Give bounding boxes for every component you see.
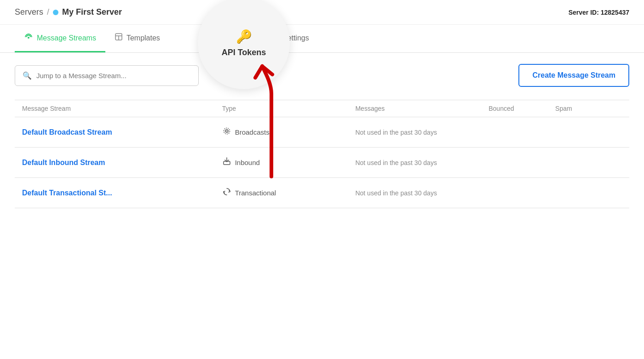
server-id-area: Server ID: 12825437	[569, 9, 629, 16]
transactional-icon	[222, 187, 231, 199]
messages-cell: Not used in the past 30 days	[355, 159, 622, 166]
table-row: Default Transactional St... Transactiona…	[15, 178, 629, 208]
type-cell: Broadcasts	[222, 126, 356, 138]
svg-point-7	[226, 131, 227, 131]
type-label: Inbound	[235, 159, 260, 166]
stream-name-cell: Default Broadcast Stream	[22, 128, 222, 137]
tab-templates[interactable]: Templates	[105, 25, 169, 52]
nav-tabs: Message Streams Templates 🔑 API Tokens S…	[0, 25, 644, 53]
table-row: Default Inbound Stream Inbound Not used …	[15, 148, 629, 178]
table-header: Message Stream Type Messages Bounced Spa…	[15, 100, 629, 117]
server-name: My First Server	[62, 7, 122, 17]
col-bounced: Bounced	[489, 105, 555, 112]
table-row: Default Broadcast Stream Broadcasts Not …	[15, 117, 629, 148]
search-icon: 🔍	[23, 71, 32, 80]
stream-name-link[interactable]: Default Transactional St...	[22, 189, 112, 197]
type-cell: Inbound	[222, 157, 356, 168]
page-header: Servers / My First Server Server ID: 128…	[0, 0, 644, 25]
create-message-stream-button[interactable]: Create Message Stream	[518, 64, 629, 87]
messages-cell: Not used in the past 30 days	[355, 129, 622, 136]
breadcrumb-separator: /	[47, 7, 49, 17]
breadcrumb: Servers / My First Server	[15, 7, 122, 17]
server-id-label: Server ID:	[569, 9, 599, 16]
type-cell: Transactional	[222, 187, 356, 199]
main-content: 🔍 Create Message Stream Message Stream T…	[0, 53, 644, 219]
tab-templates-label: Templates	[126, 34, 160, 42]
server-status-dot	[53, 10, 58, 15]
type-label: Transactional	[235, 189, 276, 197]
messages-cell: Not used in the past 30 days	[355, 189, 622, 197]
inbound-icon	[222, 157, 231, 168]
stream-name-cell: Default Inbound Stream	[22, 159, 222, 167]
tab-message-streams[interactable]: Message Streams	[15, 25, 105, 52]
col-message-stream: Message Stream	[22, 105, 222, 112]
actions-row: 🔍 Create Message Stream	[15, 64, 629, 87]
api-tokens-popup-label: API Tokens	[222, 48, 266, 57]
templates-icon	[115, 33, 123, 43]
svg-point-0	[28, 37, 29, 39]
stream-name-cell: Default Transactional St...	[22, 189, 222, 197]
search-box[interactable]: 🔍	[15, 65, 199, 86]
stream-name-link[interactable]: Default Inbound Stream	[22, 159, 105, 166]
search-input[interactable]	[36, 72, 191, 80]
broadcast-icon	[222, 126, 231, 138]
col-spam: Spam	[555, 105, 622, 112]
api-tokens-popup[interactable]: 🔑 API Tokens	[198, 0, 290, 89]
stream-name-link[interactable]: Default Broadcast Stream	[22, 128, 112, 136]
col-type: Type	[222, 105, 356, 112]
servers-link[interactable]: Servers	[15, 7, 43, 17]
tab-message-streams-label: Message Streams	[37, 34, 96, 42]
server-id-value: 12825437	[601, 9, 629, 16]
streams-icon	[24, 32, 33, 44]
type-label: Broadcasts	[235, 128, 270, 136]
col-messages: Messages	[355, 105, 489, 112]
key-icon: 🔑	[236, 29, 252, 44]
